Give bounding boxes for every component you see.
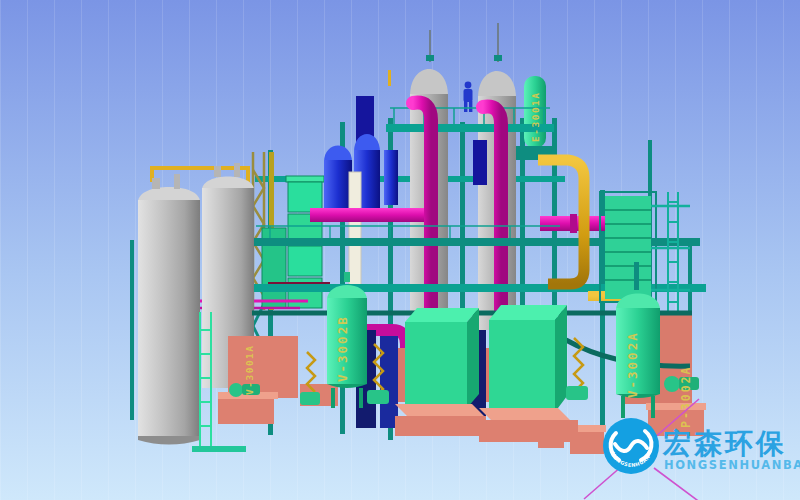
tag-left-vessel: V-3001A xyxy=(244,344,255,395)
logo-en-text: HONGSENHUANBAO xyxy=(664,458,800,472)
green-skid-box-right xyxy=(479,305,578,442)
tag-top-column: E-3001A xyxy=(530,91,541,142)
tag-right-vessel: V-3002A xyxy=(625,331,640,398)
green-skid-box-left xyxy=(395,308,486,436)
logo-cn-text: 宏森环保 xyxy=(662,427,787,460)
yellow-stub xyxy=(388,70,391,86)
plant-3d-scene: V-3001A V-3002B E-3001A V-3002A P-3002A … xyxy=(0,0,800,500)
plant-3d-render-viewport: V-3001A V-3002B E-3001A V-3002A P-3002A … xyxy=(0,0,800,500)
tag-right-pump: P-3002A xyxy=(679,366,693,428)
storage-tank-left xyxy=(138,174,200,445)
tag-center-vessel: V-3002B xyxy=(335,315,350,382)
